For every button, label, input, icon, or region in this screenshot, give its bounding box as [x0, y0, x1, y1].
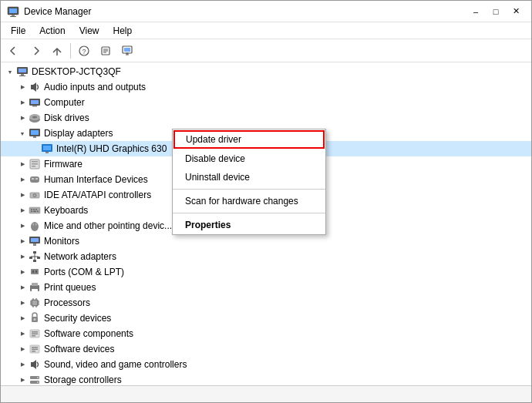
svg-rect-90 — [32, 349, 38, 351]
forward-button[interactable] — [25, 42, 45, 60]
tree-label-storage: Storage controllers — [44, 374, 122, 385]
menu-view[interactable]: View — [72, 23, 106, 39]
ctx-disable-device[interactable]: Disable device — [173, 149, 325, 168]
svg-rect-22 — [31, 100, 39, 104]
tree-item-disk[interactable]: Disk drives — [1, 110, 531, 126]
svg-rect-49 — [37, 211, 39, 213]
expander-mice[interactable] — [16, 220, 29, 232]
ctx-properties[interactable]: Properties — [173, 216, 325, 234]
expander-security[interactable] — [16, 312, 29, 324]
tree-item-software-components[interactable]: Software components — [1, 326, 531, 341]
storage-icon — [29, 374, 41, 385]
ctx-update-driver[interactable]: Update driver — [173, 130, 325, 149]
expander-print[interactable] — [16, 281, 29, 294]
tree-item-root[interactable]: DESKTOP-JCTQ3QF — [1, 64, 531, 79]
monitor-button[interactable] — [117, 42, 137, 60]
ctx-uninstall-device[interactable]: Uninstall device — [173, 168, 325, 186]
tree-label-audio: Audio inputs and outputs — [44, 82, 146, 92]
computer-icon — [16, 65, 29, 78]
title-controls: – □ ✕ — [466, 4, 525, 19]
svg-rect-19 — [19, 76, 25, 76]
expander-monitors[interactable] — [16, 235, 29, 247]
security-icon — [29, 312, 41, 324]
minimize-button[interactable]: – — [466, 4, 485, 19]
title-bar: Device Manager – □ ✕ — [1, 1, 531, 22]
tree-label-root: DESKTOP-JCTQ3QF — [32, 66, 121, 77]
expander-storage[interactable] — [16, 374, 29, 385]
tree-label-computer: Computer — [44, 97, 85, 108]
expander-software-devices[interactable] — [16, 343, 29, 355]
monitor-icon — [122, 45, 133, 56]
up-button[interactable] — [47, 42, 67, 60]
monitors-icon — [29, 235, 41, 247]
tree-item-security[interactable]: Security devices — [1, 311, 531, 326]
menu-file[interactable]: File — [4, 23, 32, 39]
tree-item-processors[interactable]: Processors — [1, 295, 531, 311]
expander-network[interactable] — [16, 250, 29, 263]
keyboard-icon — [29, 204, 41, 217]
svg-rect-43 — [29, 207, 40, 213]
tree-item-audio[interactable]: Audio inputs and outputs — [1, 79, 531, 95]
tree-label-monitors: Monitors — [44, 236, 79, 247]
ctx-scan-hardware[interactable]: Scan for hardware changes — [173, 192, 325, 210]
tree-item-computer[interactable]: Computer — [1, 95, 531, 110]
tree-label-software-components: Software components — [44, 328, 133, 339]
tree-item-ports[interactable]: Ports (COM & LPT) — [1, 264, 531, 280]
tree-item-network[interactable]: Network adapters — [1, 249, 531, 264]
tree-label-mice: Mice and other pointing devic... — [44, 220, 172, 231]
svg-rect-54 — [31, 238, 39, 242]
help-button[interactable]: ? — [74, 42, 94, 60]
processors-icon — [29, 297, 41, 309]
tree-item-software-devices[interactable]: Software devices — [1, 341, 531, 357]
back-icon — [8, 45, 19, 56]
expander-audio[interactable] — [16, 81, 29, 93]
svg-rect-44 — [31, 209, 32, 210]
tree-item-sound[interactable]: Sound, video and game controllers — [1, 357, 531, 372]
expander-root[interactable] — [4, 65, 16, 78]
expander-computer[interactable] — [16, 96, 29, 109]
expander-ide[interactable] — [16, 189, 29, 201]
expander-processors[interactable] — [16, 297, 29, 309]
maximize-button[interactable]: □ — [487, 4, 505, 19]
context-menu: Update driver Disable device Uninstall d… — [172, 129, 326, 235]
close-button[interactable]: ✕ — [507, 4, 525, 19]
svg-rect-48 — [33, 211, 36, 213]
svg-rect-46 — [35, 209, 37, 210]
tree-item-print[interactable]: Print queues — [1, 280, 531, 295]
expander-display[interactable] — [16, 127, 29, 139]
svg-point-26 — [32, 116, 37, 119]
svg-rect-55 — [33, 243, 36, 246]
svg-rect-36 — [32, 166, 35, 167]
svg-rect-17 — [19, 69, 26, 72]
print-icon — [29, 281, 41, 294]
display-icon — [29, 127, 41, 139]
svg-rect-31 — [43, 146, 51, 150]
ide-icon — [29, 189, 41, 201]
back-button[interactable] — [4, 42, 24, 60]
svg-rect-37 — [30, 176, 39, 183]
expander-keyboard[interactable] — [16, 204, 29, 217]
tree-label-software-devices: Software devices — [44, 344, 114, 354]
svg-marker-92 — [31, 360, 36, 369]
tree-item-monitors[interactable]: Monitors — [1, 233, 531, 249]
svg-rect-87 — [32, 335, 35, 337]
svg-rect-2 — [12, 15, 15, 16]
tree-label-disk: Disk drives — [44, 113, 89, 123]
tree-item-storage[interactable]: Storage controllers — [1, 372, 531, 385]
properties-button[interactable] — [96, 42, 116, 60]
svg-rect-64 — [31, 269, 39, 274]
svg-rect-71 — [32, 301, 37, 305]
audio-icon — [29, 81, 41, 93]
software-devices-icon — [29, 343, 41, 355]
expander-disk[interactable] — [16, 112, 29, 124]
expander-sound[interactable] — [16, 358, 29, 371]
menu-help[interactable]: Help — [106, 23, 140, 39]
expander-hid[interactable] — [16, 173, 29, 186]
expander-ports[interactable] — [16, 266, 29, 278]
tree-label-sound: Sound, video and game controllers — [44, 359, 187, 370]
expander-software-components[interactable] — [16, 327, 29, 340]
disk-icon — [29, 112, 41, 124]
forward-icon — [30, 45, 41, 56]
expander-firmware[interactable] — [16, 158, 29, 170]
menu-action[interactable]: Action — [32, 23, 72, 39]
